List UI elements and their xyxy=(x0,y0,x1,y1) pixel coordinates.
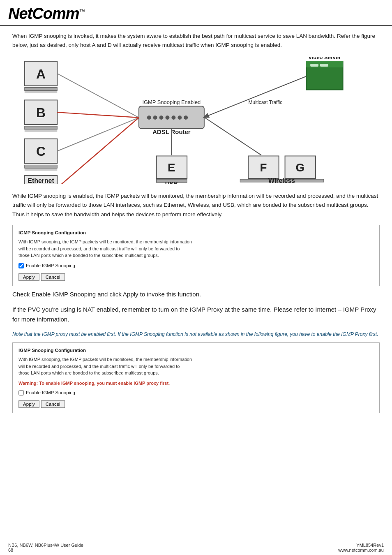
svg-text:G: G xyxy=(295,161,304,174)
content: When IGMP snooping is invoked, it makes … xyxy=(0,26,392,540)
footer-url: www.netcomm.com.au xyxy=(338,548,384,553)
svg-rect-2 xyxy=(25,88,57,91)
host-e: E xyxy=(157,156,187,183)
svg-text:C: C xyxy=(36,144,46,159)
svg-point-17 xyxy=(153,116,157,120)
svg-text:Multicast Traffic: Multicast Traffic xyxy=(249,99,283,105)
config-box-1-title: IGMP Snooping Configuration xyxy=(18,229,374,236)
svg-text:A: A xyxy=(36,67,46,81)
svg-text:IGMP Snooping Enabled: IGMP Snooping Enabled xyxy=(142,99,201,105)
footer: NB6, NB6W, NB6Plus4W User Guide 68 YML85… xyxy=(0,540,392,555)
svg-point-19 xyxy=(166,116,170,120)
page: NetComm™ When IGMP snooping is invoked, … xyxy=(0,0,392,555)
svg-rect-7 xyxy=(25,130,57,132)
svg-line-27 xyxy=(57,118,139,151)
svg-rect-10 xyxy=(25,165,57,168)
svg-rect-11 xyxy=(25,169,57,171)
svg-point-18 xyxy=(159,116,164,120)
enable-igmp-snooping-checkbox-2[interactable] xyxy=(18,390,24,395)
svg-text:Video Server: Video Server xyxy=(309,57,341,60)
apply-button-1[interactable]: Apply xyxy=(18,273,39,281)
svg-text:Ethernet: Ethernet xyxy=(28,177,54,184)
svg-line-25 xyxy=(57,74,139,118)
config-box-2-desc: With IGMP snooping, the IGMP packets wil… xyxy=(18,356,374,377)
logo-text: NetComm xyxy=(8,5,79,22)
svg-text:Wireless: Wireless xyxy=(268,177,295,184)
footer-left: NB6, NB6W, NB6Plus4W User Guide 68 xyxy=(8,543,83,553)
svg-point-22 xyxy=(184,116,188,120)
svg-text:F: F xyxy=(260,161,267,174)
config-box-1-desc: With IGMP snooping, the IGMP packets wil… xyxy=(18,238,374,259)
svg-rect-6 xyxy=(25,126,57,130)
intro-text: When IGMP snooping is invoked, it makes … xyxy=(12,32,380,49)
header: NetComm™ xyxy=(0,0,392,26)
footer-right: YML854Rev1 www.netcomm.com.au xyxy=(338,543,384,553)
footer-guide: NB6, NB6W, NB6Plus4W User Guide xyxy=(8,543,83,548)
config-box-2-checkbox-row[interactable]: Enable IGMP Snooping xyxy=(18,389,374,396)
config-box-1-buttons: Apply Cancel xyxy=(18,273,374,281)
footer-page: 68 xyxy=(8,548,83,553)
enable-igmp-snooping-label-2: Enable IGMP Snooping xyxy=(26,389,75,396)
svg-text:B: B xyxy=(36,105,46,120)
svg-text:E: E xyxy=(168,161,175,174)
host-c: C xyxy=(25,139,57,171)
cancel-button-2[interactable]: Cancel xyxy=(41,400,65,408)
enable-igmp-snooping-checkbox-1[interactable] xyxy=(18,263,24,268)
svg-line-35 xyxy=(204,76,306,117)
logo-tm: ™ xyxy=(79,8,85,15)
apply-button-2[interactable]: Apply xyxy=(18,400,39,408)
body-text-2: Check Enable IGMP Snooping and click App… xyxy=(12,289,380,300)
config-box-2-buttons: Apply Cancel xyxy=(18,400,374,408)
svg-point-20 xyxy=(171,116,175,120)
svg-text:USB: USB xyxy=(165,180,178,184)
host-b: B xyxy=(25,100,57,132)
config-box-2-warning: Warning: To enable IGMP snooping, you mu… xyxy=(18,380,374,387)
enable-igmp-snooping-label-1: Enable IGMP Snooping xyxy=(26,262,75,269)
note-text: Note that the IGMP proxy must be enabled… xyxy=(12,331,380,338)
svg-rect-3 xyxy=(25,91,57,93)
body-text-1: While IGMP snooping is enabled, the IGMP… xyxy=(12,192,380,219)
footer-rev: YML854Rev1 xyxy=(338,543,384,548)
svg-point-16 xyxy=(147,116,151,120)
svg-line-28 xyxy=(57,118,139,184)
svg-line-26 xyxy=(57,112,139,118)
svg-rect-31 xyxy=(310,64,318,67)
config-box-1-checkbox-row[interactable]: Enable IGMP Snooping xyxy=(18,262,374,269)
body-text-3: If the PVC you're using is NAT enabled, … xyxy=(12,305,380,325)
cancel-button-1[interactable]: Cancel xyxy=(41,273,65,281)
diagram-svg: A B C xyxy=(12,57,380,184)
diagram: A B C xyxy=(12,57,380,184)
svg-line-41 xyxy=(204,117,261,155)
logo: NetComm™ xyxy=(8,5,85,23)
svg-point-21 xyxy=(178,116,182,120)
svg-rect-32 xyxy=(320,64,328,67)
host-a: A xyxy=(25,61,57,93)
config-box-2: IGMP Snooping Configuration With IGMP sn… xyxy=(12,342,380,414)
config-box-1: IGMP Snooping Configuration With IGMP sn… xyxy=(12,225,380,286)
config-box-2-title: IGMP Snooping Configuration xyxy=(18,347,374,354)
